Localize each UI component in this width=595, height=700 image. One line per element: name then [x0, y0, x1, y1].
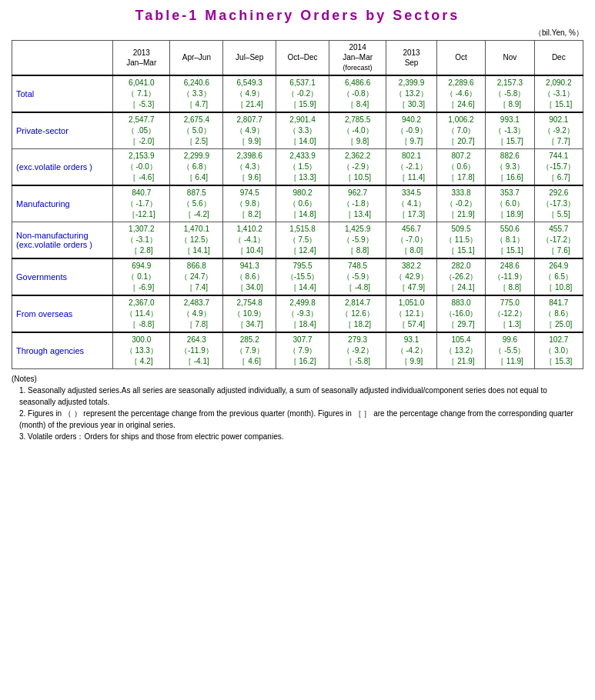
data-cell-r4-c7: 550.6 （ 8.1） ［ 15.1]	[486, 222, 534, 258]
data-cell-r6-c4: 2,814.7 （ 12.6） ［ 18.2]	[329, 295, 386, 332]
data-cell-r1-c5: 940.2 （ -0.9） ［ 9.7]	[386, 112, 437, 149]
main-table: 2013Jan–Mar Apr–Jun Jul–Sep Oct–Dec 2014…	[12, 40, 583, 369]
data-cell-r0-c2: 6,549.3 （ 4.9） ［ 21.4]	[223, 75, 276, 112]
header-jul-sep: Jul–Sep	[223, 41, 276, 75]
data-cell-r3-c0: 840.7 （ -1.7） ［-12.1]	[113, 185, 170, 222]
data-cell-r4-c1: 1,470.1 （ 12.5） ［ 14.1]	[170, 222, 223, 258]
table-row: Governments694.9 （ 0.1） ［ -6.9]866.8 （ 2…	[12, 258, 583, 295]
row-label-2: (exc.volatile orders )	[12, 148, 113, 185]
header-apr-jun: Apr–Jun	[170, 41, 223, 75]
data-cell-r1-c0: 2,547.7 （ .05） ［ -2.0]	[113, 112, 170, 149]
data-cell-r0-c1: 6,240.6 （ 3.3） ［ 4.7]	[170, 75, 223, 112]
data-cell-r0-c7: 2,157.3 （ -5.8） ［ 8.9]	[486, 75, 534, 112]
data-cell-r5-c5: 382.2 （ 42.9） ［ 47.9]	[386, 258, 437, 295]
data-cell-r4-c8: 455.7 （-17.2） ［ 7.6]	[534, 222, 583, 258]
data-cell-r3-c8: 292.6 （-17.3） ［ 5.5]	[534, 185, 583, 222]
row-label-0: Total	[12, 75, 113, 112]
header-jan-mar-2013: 2013Jan–Mar	[113, 41, 170, 75]
table-row: Non-manufacturing(exc.volatile orders )1…	[12, 222, 583, 258]
data-cell-r6-c3: 2,499.8 （ -9.3） ［ 18.4]	[276, 295, 329, 332]
data-cell-r5-c4: 748.5 （ -5.9） ［ -4.8]	[329, 258, 386, 295]
note-item-3: 3. Volatile orders：Orders for ships and …	[19, 431, 583, 442]
data-cell-r6-c8: 841.7 （ 8.6） ［ 25.0]	[534, 295, 583, 332]
notes-section: (Notes) 1. Seasonally adjusted series.As…	[12, 373, 583, 442]
data-cell-r7-c7: 99.6 （ -5.5） ［ 11.9]	[486, 332, 534, 369]
data-cell-r1-c1: 2,675.4 （ 5.0） ［ 2.5]	[170, 112, 223, 149]
data-cell-r2-c1: 2,299.9 （ 6.8） ［ 6.4]	[170, 148, 223, 185]
row-label-4: Non-manufacturing(exc.volatile orders )	[12, 222, 113, 258]
data-cell-r2-c8: 744.1 （-15.7） ［ 6.7]	[534, 148, 583, 185]
data-cell-r5-c0: 694.9 （ 0.1） ［ -6.9]	[113, 258, 170, 295]
data-cell-r5-c7: 248.6 （-11.9） ［ 8.8]	[486, 258, 534, 295]
data-cell-r6-c0: 2,367.0 （ 11.4） ［ -8.8]	[113, 295, 170, 332]
page-container: Table-1 Machinery Orders by Sectors （bil…	[0, 0, 595, 450]
header-jan-mar-2014: 2014Jan–Mar(forecast)	[329, 41, 386, 75]
row-label-1: Private-sector	[12, 112, 113, 149]
header-sep-2013: 2013Sep	[386, 41, 437, 75]
data-cell-r0-c8: 2,090.2 （ -3.1） ［ 15.1]	[534, 75, 583, 112]
data-cell-r3-c5: 334.5 （ 4.1） ［ 17.3]	[386, 185, 437, 222]
data-cell-r6-c2: 2,754.8 （ 10.9） ［ 34.7]	[223, 295, 276, 332]
data-cell-r2-c2: 2,398.6 （ 4.3） ［ 9.6]	[223, 148, 276, 185]
table-row: (exc.volatile orders )2,153.9 （ -0.0） ［ …	[12, 148, 583, 185]
data-cell-r5-c6: 282.0 （-26.2） ［ 24.1]	[436, 258, 485, 295]
data-cell-r0-c3: 6,537.1 （ -0.2） ［ 15.9]	[276, 75, 329, 112]
header-empty	[12, 41, 113, 75]
note-item-2: 2. Figures in （ ） represent the percenta…	[19, 408, 583, 431]
data-cell-r5-c2: 941.3 （ 8.6） ［ 34.0]	[223, 258, 276, 295]
data-cell-r0-c5: 2,399.9 （ 13.2） ［ 30.3]	[386, 75, 437, 112]
data-cell-r4-c6: 509.5 （ 11.5） ［ 15.1]	[436, 222, 485, 258]
data-cell-r5-c1: 866.8 （ 24.7） ［ 7.4]	[170, 258, 223, 295]
data-cell-r6-c6: 883.0 （-16.0） ［ 29.7]	[436, 295, 485, 332]
data-cell-r2-c7: 882.6 （ 9.3） ［ 16.6]	[486, 148, 534, 185]
data-cell-r3-c6: 333.8 （ -0.2） ［ 21.9]	[436, 185, 485, 222]
row-label-7: Through agencies	[12, 332, 113, 369]
data-cell-r2-c4: 2,362.2 （ -2.9） ［ 10.5]	[329, 148, 386, 185]
table-row: Private-sector2,547.7 （ .05） ［ -2.0]2,67…	[12, 112, 583, 149]
data-cell-r1-c4: 2,785.5 （ -4.0） ［ 9.8]	[329, 112, 386, 149]
row-label-5: Governments	[12, 258, 113, 295]
page-title: Table-1 Machinery Orders by Sectors	[12, 8, 583, 24]
table-row: Total6,041.0 （ 7.1） ［ -5.3]6,240.6 （ 3.3…	[12, 75, 583, 112]
data-cell-r1-c7: 993.1 （ -1.3） ［ 15.7]	[486, 112, 534, 149]
data-cell-r2-c0: 2,153.9 （ -0.0） ［ -4.6]	[113, 148, 170, 185]
table-row: Through agencies300.0 （ 13.3） ［ 4.2]264.…	[12, 332, 583, 369]
notes-title: (Notes)	[12, 373, 583, 385]
data-cell-r4-c0: 1,307.2 （ -3.1） ［ 2.8]	[113, 222, 170, 258]
header-nov: Nov	[486, 41, 534, 75]
data-cell-r4-c3: 1,515.8 （ 7.5） ［ 12.4]	[276, 222, 329, 258]
data-cell-r7-c0: 300.0 （ 13.3） ［ 4.2]	[113, 332, 170, 369]
data-cell-r7-c3: 307.7 （ 7.9） ［ 16.2]	[276, 332, 329, 369]
data-cell-r6-c7: 775.0 （-12.2） ［ 1.3]	[486, 295, 534, 332]
data-cell-r3-c3: 980.2 （ 0.6） ［ 14.8]	[276, 185, 329, 222]
data-cell-r7-c8: 102.7 （ 3.0） ［ 15.3]	[534, 332, 583, 369]
data-cell-r2-c5: 802.1 （ -2.1） ［ 11.4]	[386, 148, 437, 185]
table-row: From overseas2,367.0 （ 11.4） ［ -8.8]2,48…	[12, 295, 583, 332]
data-cell-r0-c4: 6,486.6 （ -0.8） ［ 8.4]	[329, 75, 386, 112]
data-cell-r5-c8: 264.9 （ 6.5） ［ 10.8]	[534, 258, 583, 295]
table-row: Manufacturing840.7 （ -1.7） ［-12.1]887.5 …	[12, 185, 583, 222]
data-cell-r7-c1: 264.3 （-11.9） ［ -4.1]	[170, 332, 223, 369]
data-cell-r3-c1: 887.5 （ 5.6） ［ -4.2]	[170, 185, 223, 222]
data-cell-r3-c4: 962.7 （ -1.8） ［ 13.4]	[329, 185, 386, 222]
data-cell-r1-c8: 902.1 （ -9.2） ［ 7.7]	[534, 112, 583, 149]
data-cell-r0-c0: 6,041.0 （ 7.1） ［ -5.3]	[113, 75, 170, 112]
data-cell-r3-c7: 353.7 （ 6.0） ［ 18.9]	[486, 185, 534, 222]
data-cell-r1-c2: 2,807.7 （ 4.9） ［ 9.9]	[223, 112, 276, 149]
data-cell-r0-c6: 2,289.6 （ -4.6） ［ 24.6]	[436, 75, 485, 112]
row-label-3: Manufacturing	[12, 185, 113, 222]
note-item-1: 1. Seasonally adjusted series.As all ser…	[19, 385, 583, 408]
data-cell-r4-c4: 1,425.9 （ -5.9） ［ 8.8]	[329, 222, 386, 258]
data-cell-r6-c1: 2,483.7 （ 4.9） ［ 7.8]	[170, 295, 223, 332]
data-cell-r7-c5: 93.1 （ -4.2） ［ 9.9]	[386, 332, 437, 369]
data-cell-r4-c5: 456.7 （ -7.0） ［ 8.0]	[386, 222, 437, 258]
data-cell-r1-c3: 2,901.4 （ 3.3） ［ 14.0]	[276, 112, 329, 149]
data-cell-r7-c4: 279.3 （ -9.2） ［ -5.8]	[329, 332, 386, 369]
data-cell-r2-c6: 807.2 （ 0.6） ［ 17.8]	[436, 148, 485, 185]
data-cell-r5-c3: 795.5 （-15.5） ［ 14.4]	[276, 258, 329, 295]
data-cell-r2-c3: 2,433.9 （ 1.5） ［ 13.3]	[276, 148, 329, 185]
data-cell-r7-c2: 285.2 （ 7.9） ［ 4.6]	[223, 332, 276, 369]
header-dec: Dec	[534, 41, 583, 75]
header-oct-dec: Oct–Dec	[276, 41, 329, 75]
header-row: 2013Jan–Mar Apr–Jun Jul–Sep Oct–Dec 2014…	[12, 41, 583, 75]
